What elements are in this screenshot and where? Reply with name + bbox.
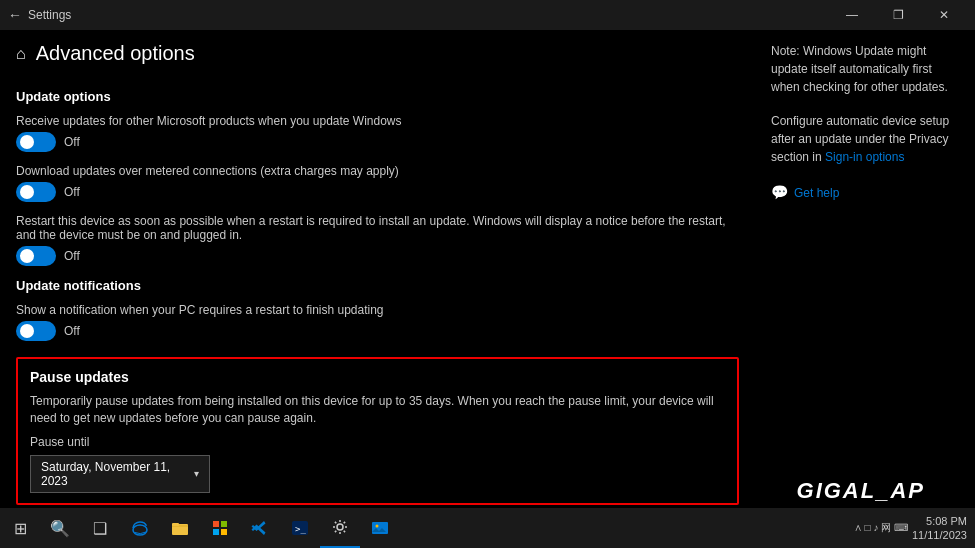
terminal-icon[interactable]: >_ (280, 508, 320, 548)
taskbar-clock[interactable]: 5:08 PM 11/11/2023 (912, 514, 967, 543)
page-title: Advanced options (36, 42, 195, 65)
toggle-notif[interactable] (16, 321, 56, 341)
tray-icons: ∧ □ ♪ 网 ⌨ (854, 521, 908, 535)
svg-point-9 (337, 524, 343, 530)
taskbar: ⊞ 🔍 ❑ >_ ∧ □ (0, 508, 975, 548)
toggle-label-2: Off (64, 185, 80, 199)
right-note-text-1: Note: Windows Update might update itself… (771, 44, 948, 94)
chevron-down-icon: ▾ (194, 468, 199, 479)
toggle-row-3: Off (16, 246, 739, 266)
svg-rect-3 (213, 521, 219, 527)
minimize-button[interactable]: — (829, 0, 875, 30)
toggle-label-1: Off (64, 135, 80, 149)
toggle-2[interactable] (16, 182, 56, 202)
taskbar-left: ⊞ 🔍 ❑ >_ (0, 508, 400, 548)
setting-row-2: Download updates over metered connection… (16, 164, 739, 202)
page-title-area: ⌂ Advanced options (16, 30, 739, 81)
watermark: GIGAL_AP (797, 478, 925, 504)
close-button[interactable]: ✕ (921, 0, 967, 30)
file-explorer-icon[interactable] (160, 508, 200, 548)
toggle-1[interactable] (16, 132, 56, 152)
toggle-row-notif: Off (16, 321, 739, 341)
get-help-label: Get help (794, 184, 839, 202)
toggle-row-1: Off (16, 132, 739, 152)
setting-row-3: Restart this device as soon as possible … (16, 214, 739, 266)
update-options-section-title: Update options (16, 89, 739, 104)
vscode-icon[interactable] (240, 508, 280, 548)
main-content: ⌂ Advanced options Update options Receiv… (0, 30, 975, 508)
setting-label-notif: Show a notification when your PC require… (16, 303, 739, 317)
left-panel: ⌂ Advanced options Update options Receiv… (0, 30, 755, 508)
right-note-1: Note: Windows Update might update itself… (771, 42, 959, 96)
svg-rect-2 (172, 523, 179, 526)
date-value: Saturday, November 11, 2023 (41, 460, 194, 488)
setting-label-2: Download updates over metered connection… (16, 164, 739, 178)
settings-taskbar-icon[interactable] (320, 508, 360, 548)
title-bar: ← Settings — ❐ ✕ (0, 0, 975, 30)
home-icon[interactable]: ⌂ (16, 45, 26, 63)
update-notifications-section-title: Update notifications (16, 278, 739, 293)
svg-rect-4 (221, 521, 227, 527)
system-tray: ∧ □ ♪ 网 ⌨ (854, 521, 908, 535)
edge-icon[interactable] (120, 508, 160, 548)
sign-in-options-link[interactable]: Sign-in options (825, 150, 904, 164)
svg-rect-6 (221, 529, 227, 535)
toggle-label-3: Off (64, 249, 80, 263)
title-bar-left: ← Settings (8, 7, 71, 23)
pause-updates-description: Temporarily pause updates from being ins… (30, 393, 725, 427)
get-help-link[interactable]: 💬 Get help (771, 182, 959, 203)
svg-point-11 (376, 525, 379, 528)
setting-row-notif: Show a notification when your PC require… (16, 303, 739, 341)
title-bar-controls: — ❐ ✕ (829, 0, 967, 30)
photos-icon[interactable] (360, 508, 400, 548)
pause-updates-box: Pause updates Temporarily pause updates … (16, 357, 739, 505)
store-icon[interactable] (200, 508, 240, 548)
date-dropdown[interactable]: Saturday, November 11, 2023 ▾ (30, 455, 210, 493)
chat-icon: 💬 (771, 182, 788, 203)
pause-updates-title: Pause updates (30, 369, 725, 385)
svg-rect-5 (213, 529, 219, 535)
toggle-row-2: Off (16, 182, 739, 202)
back-arrow[interactable]: ← (8, 7, 22, 23)
app-title: Settings (28, 8, 71, 22)
setting-label-1: Receive updates for other Microsoft prod… (16, 114, 739, 128)
pause-until-label: Pause until (30, 435, 725, 449)
right-panel: Note: Windows Update might update itself… (755, 30, 975, 508)
taskbar-date-display: 11/11/2023 (912, 528, 967, 542)
taskbar-time-display: 5:08 PM (912, 514, 967, 528)
search-button[interactable]: 🔍 (40, 508, 80, 548)
restore-button[interactable]: ❐ (875, 0, 921, 30)
svg-text:>_: >_ (295, 524, 306, 534)
svg-rect-10 (372, 522, 388, 534)
toggle-label-notif: Off (64, 324, 80, 338)
task-view-button[interactable]: ❑ (80, 508, 120, 548)
setting-label-3: Restart this device as soon as possible … (16, 214, 739, 242)
setting-row-1: Receive updates for other Microsoft prod… (16, 114, 739, 152)
taskbar-right: ∧ □ ♪ 网 ⌨ 5:08 PM 11/11/2023 (854, 514, 975, 543)
start-button[interactable]: ⊞ (0, 508, 40, 548)
toggle-3[interactable] (16, 246, 56, 266)
right-note-2: Configure automatic device setup after a… (771, 112, 959, 166)
